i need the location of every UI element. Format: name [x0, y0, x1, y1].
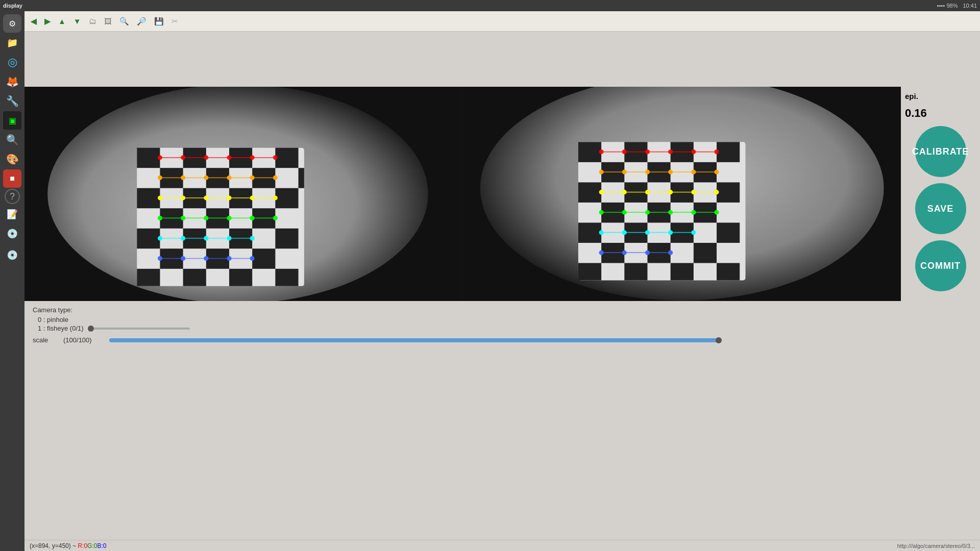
toolbar: ◀ ▶ ▲ ▼ 🗂 🖼 🔍 🔎 💾 ✂: [24, 11, 980, 32]
time-display: 10:41: [963, 3, 977, 9]
svg-rect-3: [137, 148, 160, 168]
svg-rect-86: [578, 222, 601, 243]
sidebar-item-settings[interactable]: ⚙: [3, 14, 21, 33]
folder-button[interactable]: 🗂: [86, 15, 100, 28]
svg-rect-25: [137, 269, 160, 286]
b-value: B:0: [97, 542, 106, 549]
save-file-button[interactable]: 💾: [151, 15, 167, 28]
svg-rect-14: [275, 188, 298, 209]
image-button[interactable]: 🖼: [101, 15, 115, 28]
svg-rect-72: [578, 142, 601, 162]
camera-view: [24, 87, 901, 301]
left-sidebar: ⚙ 📁 ◎ 🦊 🔧 ▣ 🔍 🎨 ■ ? 📝 💿 💿: [0, 11, 24, 551]
sidebar-item-colors[interactable]: 🎨: [3, 150, 21, 168]
svg-rect-24: [252, 248, 275, 269]
up-button[interactable]: ▲: [55, 15, 69, 28]
top-spacer: [24, 32, 901, 87]
sidebar-item-notes[interactable]: 📝: [3, 205, 21, 223]
sidebar-item-terminal[interactable]: ▣: [3, 111, 21, 130]
titlebar: display ▪▪▪▪ 98% 10:41: [0, 0, 980, 11]
svg-rect-92: [693, 243, 716, 263]
url-display: http:///algo/camera/stereo/0/3...: [897, 543, 975, 549]
back-button[interactable]: ◀: [28, 15, 40, 28]
scale-label: scale: [33, 336, 58, 344]
svg-rect-96: [717, 263, 740, 281]
statusbar: (x=894, y=450) ~ R:0 G:0 B:0 http:///alg…: [24, 540, 980, 551]
forward-button[interactable]: ▶: [41, 15, 54, 28]
save-button[interactable]: SAVE: [915, 183, 966, 234]
sidebar-item-app[interactable]: ■: [3, 169, 21, 188]
coord-display: (x=894, y=450) ~: [30, 542, 78, 549]
epi-label: epi.: [901, 92, 918, 101]
app-title: display: [3, 3, 22, 9]
svg-rect-89: [717, 222, 740, 243]
svg-rect-79: [578, 182, 601, 203]
sidebar-item-tools[interactable]: 🔧: [3, 92, 21, 110]
calibrate-button[interactable]: CALIBRATE: [915, 126, 966, 177]
zoom-in-button[interactable]: 🔍: [116, 15, 132, 28]
right-camera: [463, 87, 901, 301]
sidebar-item-files[interactable]: 📁: [3, 34, 21, 52]
svg-rect-95: [670, 263, 693, 281]
left-camera-svg: [24, 87, 463, 301]
svg-rect-93: [578, 263, 601, 281]
sidebar-item-disk2[interactable]: 💿: [3, 246, 21, 264]
svg-rect-18: [137, 229, 160, 249]
sidebar-item-firefox[interactable]: 🦊: [3, 72, 21, 91]
svg-rect-21: [275, 229, 298, 249]
scale-value: (100/100): [63, 336, 104, 344]
clear-button[interactable]: ✂: [168, 15, 181, 28]
svg-rect-27: [229, 269, 252, 286]
titlebar-right: ▪▪▪▪ 98% 10:41: [937, 3, 977, 9]
scale-slider[interactable]: [109, 338, 722, 342]
sidebar-item-search[interactable]: 🔍: [3, 131, 21, 149]
epi-value: 0.16: [901, 107, 927, 120]
camera-type-option1: 1 : fisheye (0/1): [38, 324, 84, 332]
svg-rect-94: [624, 263, 647, 281]
svg-rect-6: [275, 148, 298, 168]
svg-rect-10: [299, 168, 304, 188]
svg-rect-75: [717, 142, 740, 162]
svg-rect-26: [183, 269, 206, 286]
bottom-panel: Camera type: 0 : pinhole 1 : fisheye (0/…: [24, 301, 980, 540]
svg-rect-28: [275, 269, 298, 286]
zoom-out-button[interactable]: 🔎: [134, 15, 150, 28]
right-panel: epi. 0.16 CALIBRATE SAVE COMMIT: [901, 87, 980, 306]
svg-rect-11: [137, 188, 160, 209]
left-camera: [24, 87, 463, 301]
sidebar-item-help[interactable]: ?: [5, 189, 20, 204]
r-value: R:0: [78, 542, 87, 549]
commit-button[interactable]: COMMIT: [915, 240, 966, 291]
camera-type-label: Camera type:: [33, 306, 972, 314]
right-camera-svg: [463, 87, 901, 301]
sidebar-item-disk[interactable]: 💿: [3, 224, 21, 243]
camera-type-slider[interactable]: [88, 328, 190, 330]
g-value: G:0: [87, 542, 97, 549]
battery-indicator: ▪▪▪▪ 98%: [937, 3, 958, 9]
svg-rect-82: [717, 182, 740, 203]
camera-type-option0: 0 : pinhole: [38, 316, 972, 323]
sidebar-item-chrome[interactable]: ◎: [3, 53, 21, 71]
down-button[interactable]: ▼: [70, 15, 84, 28]
